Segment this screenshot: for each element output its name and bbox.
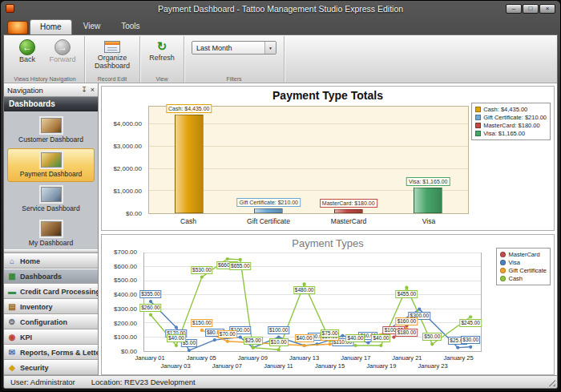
y-axis-label: $3,000.00 — [102, 143, 142, 150]
sidebar-item-label: Home — [20, 257, 40, 265]
point-value-label: $40.00 — [371, 334, 390, 342]
sidebar-item-home[interactable]: Home — [4, 253, 98, 269]
ribbon-group-record-edit: Organize Dashboard Record Edit — [85, 36, 140, 83]
ribbon-tab-strip: Home View Tools — [1, 16, 560, 34]
legend-label: Visa — [508, 259, 519, 266]
legend-item: Visa — [500, 259, 547, 266]
line-chart-y-axis: $0.00$100.00$200.00$300.00$400.00$500.00… — [102, 253, 140, 352]
point-value-label: $180.00 — [396, 329, 418, 337]
ribbon-group-view: ↻ Refresh View — [140, 36, 184, 83]
dashboard-list: Customer DashboardPayment DashboardServi… — [4, 111, 98, 249]
minimize-button[interactable]: – — [506, 4, 522, 14]
x-axis-label: January 25 — [444, 354, 474, 362]
dashboard-content: Payment Type Totals $0.00$1,000.00$2,000… — [99, 83, 557, 375]
close-button[interactable]: × — [539, 4, 555, 14]
bar-chart-plot: Cash: $4,435.00Gift Certificate: $210.00… — [148, 106, 469, 214]
x-axis-label: Cash — [180, 217, 196, 225]
y-axis-label: $0.00 — [102, 210, 142, 217]
sidebar-nav: HomeDashboardsCredit Card ProcessingInve… — [4, 253, 98, 375]
data-point-cash — [149, 313, 152, 317]
sidebar-item-label: Security — [20, 364, 49, 372]
sidebar-item-kpi[interactable]: KPI — [4, 329, 98, 345]
bar-chart-title: Payment Type Totals — [102, 87, 554, 102]
navigation-panel: Navigation ↧ × Dashboards Customer Dashb… — [4, 83, 99, 375]
back-button[interactable]: ← Back — [10, 38, 45, 64]
sidebar-item-label: KPI — [20, 333, 32, 341]
legend-marker — [500, 268, 506, 273]
y-axis-label: $200.00 — [102, 320, 137, 327]
y-axis-label: $700.00 — [102, 249, 137, 256]
point-value-label: $40.00 — [346, 334, 365, 342]
tab-tools[interactable]: Tools — [111, 19, 149, 34]
y-axis-label: $4,000.00 — [102, 120, 142, 127]
legend-swatch — [475, 123, 481, 128]
sidebar-item-credit-card-processing[interactable]: Credit Card Processing — [4, 284, 98, 299]
organize-dashboard-button[interactable]: Organize Dashboard — [89, 38, 135, 71]
legend-label: Gift Certificate — [508, 267, 547, 274]
legend-marker — [500, 276, 506, 281]
navigation-panel-header: Navigation ↧ × — [4, 83, 98, 97]
data-point-cash — [200, 276, 204, 279]
dashboard-item-label: My Dashboard — [29, 239, 73, 247]
payment-dashboard-icon — [41, 152, 62, 168]
x-axis-label: January 15 — [315, 362, 345, 370]
app-icon — [6, 4, 14, 13]
refresh-label: Refresh — [149, 55, 175, 63]
organize-dashboard-label: Organize Dashboard — [89, 55, 135, 71]
maximize-button[interactable]: □ — [523, 4, 539, 14]
close-panel-icon[interactable]: × — [91, 86, 95, 94]
ribbon-buttons: ↻ Refresh — [144, 38, 180, 74]
bar-value-label: Visa: $1,165.00 — [406, 177, 450, 186]
refresh-button[interactable]: ↻ Refresh — [144, 38, 180, 63]
customer-dashboard-icon — [41, 118, 62, 133]
sidebar-item-reports-forms-letters[interactable]: Reports, Forms & Letters — [4, 345, 98, 360]
dashboard-item-customer-dashboard[interactable]: Customer Dashboard — [7, 114, 95, 148]
point-value-label: $50.00 — [422, 333, 442, 341]
dashboard-item-payment-dashboard[interactable]: Payment Dashboard — [7, 148, 95, 182]
forward-button[interactable]: → Forward — [45, 38, 80, 64]
data-point-cash — [239, 258, 242, 261]
dashboard-item-label: Service Dashboard — [22, 204, 79, 212]
tab-home[interactable]: Home — [30, 19, 72, 34]
dashboard-item-my-dashboard[interactable]: My Dashboard — [7, 217, 95, 249]
sidebar-item-label: Credit Card Processing — [20, 288, 98, 296]
sidebar-item-label: Configuration — [20, 318, 67, 326]
sidebar-item-label: Dashboards — [20, 273, 62, 281]
credit-card-icon — [7, 287, 17, 297]
point-value-label: $455.00 — [396, 290, 418, 298]
data-point-cash — [353, 344, 357, 347]
dashboard-item-service-dashboard[interactable]: Service Dashboard — [7, 183, 95, 216]
sidebar-item-inventory[interactable]: Inventory — [4, 299, 98, 314]
line-chart-title: Payment Types — [102, 235, 554, 249]
bar-chart-y-axis: $0.00$1,000.00$2,000.00$3,000.00$4,000.0… — [102, 106, 145, 214]
configuration-icon — [7, 317, 17, 327]
sidebar-item-label: Reports, Forms & Letters — [20, 349, 98, 357]
resize-grip[interactable] — [547, 378, 555, 386]
x-axis-label: January 11 — [264, 362, 293, 370]
y-axis-label: $300.00 — [102, 305, 137, 313]
point-value-label: $655.00 — [229, 262, 252, 270]
pin-icon[interactable]: ↧ — [81, 86, 87, 94]
kpi-icon — [7, 333, 17, 342]
ribbon-group-views-history-navigation: ← Back → Forward Views History Navigatio… — [6, 36, 85, 83]
bar-mastercard — [334, 209, 363, 213]
sidebar-item-dashboards[interactable]: Dashboards — [4, 269, 98, 284]
filter-dropdown[interactable]: Last Month ▼ — [192, 41, 276, 55]
sidebar-item-configuration[interactable]: Configuration — [4, 314, 98, 329]
sidebar-item-security[interactable]: Security — [4, 360, 98, 375]
point-value-label: $75.00 — [321, 329, 340, 337]
bar-cash — [175, 115, 204, 213]
ribbon: ← Back → Forward Views History Navigatio… — [4, 35, 557, 83]
status-bar: User: Administrator Location: REV23 Deve… — [4, 375, 557, 388]
bar-value-label: MasterCard: $180.00 — [320, 199, 377, 208]
ribbon-group-label: Filters — [184, 76, 284, 82]
point-value-label: $245.00 — [459, 319, 482, 327]
point-value-label: $150.00 — [191, 319, 213, 327]
application-menu-button[interactable] — [7, 21, 28, 34]
y-axis-label: $1,000.00 — [102, 188, 142, 195]
y-axis-label: $2,000.00 — [102, 165, 142, 172]
data-point-cash — [226, 257, 229, 261]
tab-view[interactable]: View — [74, 19, 111, 34]
legend-label: MasterCard: $180.00 — [483, 122, 539, 129]
point-value-label: $100.00 — [268, 326, 290, 334]
